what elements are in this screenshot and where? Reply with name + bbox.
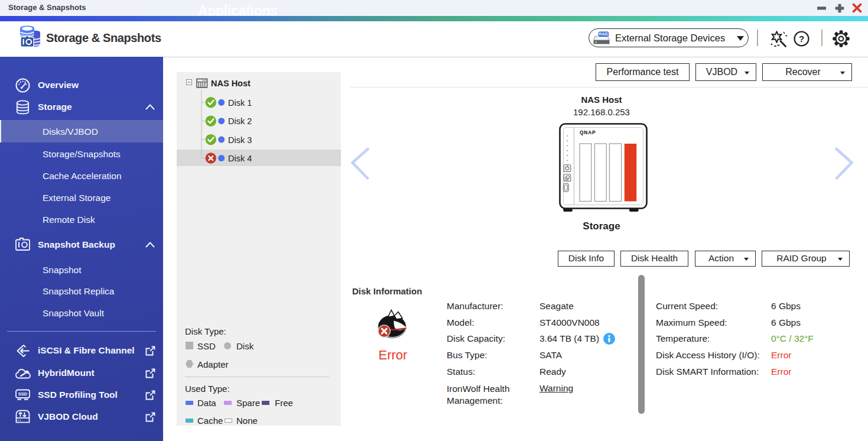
svg-text:?: ?: [799, 34, 804, 44]
svg-text:RAID: RAID: [599, 32, 608, 36]
svg-text:QNAP: QNAP: [580, 129, 596, 135]
svg-text:SSD: SSD: [18, 391, 28, 397]
